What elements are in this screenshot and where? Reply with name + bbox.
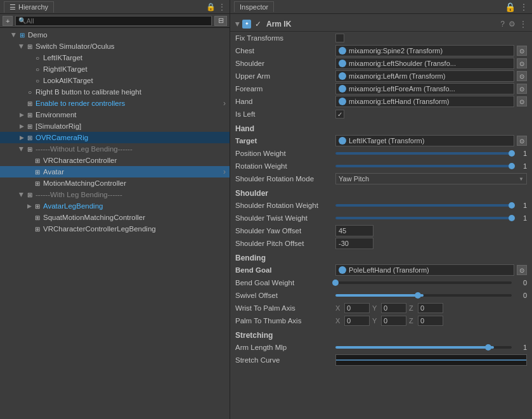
target-ref[interactable]: LeftIKTarget (Transform) <box>335 135 514 146</box>
tree-item-switch[interactable]: ▶ ⊞ Switch Simulator/Oculus <box>0 41 230 52</box>
expand-arrow: ▶ <box>18 145 25 153</box>
expand-arrow: ▶ <box>18 134 25 141</box>
tree-item-avatar-leg[interactable]: ▶ ⊞ AvatarLegBending <box>0 200 230 212</box>
shoulder-select-btn[interactable]: ⊙ <box>517 58 527 68</box>
item-label: Avatar <box>43 168 64 176</box>
settings-icon[interactable]: ⚙ <box>509 20 516 29</box>
upper-arm-ref[interactable]: mixamorig:LeftArm (Transform) <box>335 70 514 82</box>
shoulder-icon <box>339 60 346 67</box>
more-icon[interactable]: ⋮ <box>519 20 527 29</box>
tree-item-ovr[interactable]: ▶ ⊞ OVRCameraRig <box>0 132 230 143</box>
shoulder-yaw-input[interactable] <box>335 225 373 236</box>
tree-item-simrig[interactable]: ▶ ⊞ [SimulatorRig] <box>0 120 230 132</box>
tree-item-avatar[interactable]: ▶ ⊞ Avatar <box>0 166 230 177</box>
rotation-weight-slider[interactable]: 1 <box>335 162 527 170</box>
menu-icon[interactable]: ⋮ <box>519 2 528 12</box>
hand-ref[interactable]: mixamorig:LeftHand (Transform) <box>335 96 514 107</box>
tree-item-demo[interactable]: ▶ ⊞ Demo <box>0 29 230 41</box>
palm-thumb-value: X Y Z <box>335 316 527 326</box>
inspector-tab-label: Inspector <box>240 3 268 11</box>
slider-track <box>335 281 512 284</box>
is-left-checkbox[interactable]: ✓ <box>335 110 344 119</box>
item-label: ------Without Leg Bending------ <box>36 145 133 153</box>
tree-item-without-leg[interactable]: ▶ ⊞ ------Without Leg Bending------ <box>0 143 230 155</box>
slider-fill <box>335 346 494 349</box>
arm-length-slider[interactable]: 1 <box>335 344 527 351</box>
menu-icon[interactable]: ⋮ <box>218 3 226 11</box>
lock-icon[interactable]: 🔒 <box>206 3 216 11</box>
chest-ref[interactable]: mixamorig:Spine2 (Transform) <box>335 45 514 56</box>
lock-icon[interactable]: 🔒 <box>505 2 516 12</box>
slider-thumb <box>509 202 515 209</box>
upper-arm-select-btn[interactable]: ⊙ <box>517 71 527 81</box>
forearm-ref[interactable]: mixamorig:LeftForeArm (Transfo... <box>335 83 514 94</box>
rotation-weight-label: Rotation Weight <box>235 162 330 170</box>
shoulder-rotation-mode-dropdown[interactable]: Yaw Pitch <box>335 173 527 184</box>
slider-value: 1 <box>514 150 527 157</box>
item-label: RightIKTarget <box>43 65 88 73</box>
target-select-btn[interactable]: ⊙ <box>517 136 527 146</box>
slider-fill <box>335 152 512 155</box>
hand-field-value: mixamorig:LeftHand (Transform) ⊙ <box>335 96 527 107</box>
tree-item-env[interactable]: ▶ ⊞ Environment <box>0 109 230 120</box>
component-expand-arrow[interactable]: ▶ <box>235 22 241 26</box>
bend-goal-ref[interactable]: PoleLeftHand (Transform) <box>335 264 514 276</box>
swivel-slider[interactable]: 0 <box>335 292 527 299</box>
tree-item-squat[interactable]: ▶ ⊞ SquatMotionMatchingController <box>0 212 230 223</box>
tree-item-right-ik[interactable]: ▶ ○ RightIKTarget <box>0 63 230 75</box>
forearm-value: mixamorig:LeftForeArm (Transfo... ⊙ <box>335 83 527 94</box>
shoulder-rotation-slider[interactable]: 1 <box>335 202 527 209</box>
slider-fill <box>335 294 424 297</box>
item-icon: ○ <box>25 87 34 96</box>
checkbox-enabled[interactable]: ✓ <box>254 20 263 29</box>
item-label: VRCharacterController <box>43 157 117 164</box>
palm-z-input[interactable] <box>418 316 443 326</box>
shoulder-twist-slider[interactable]: 1 <box>335 214 527 222</box>
forearm-select-btn[interactable]: ⊙ <box>517 84 527 94</box>
item-label: Switch Simulator/Oculus <box>36 42 115 50</box>
position-weight-slider[interactable]: 1 <box>335 150 527 157</box>
wrist-y-input[interactable] <box>381 303 406 313</box>
tree-item-lookat[interactable]: ▶ ○ LookAtIKTarget <box>0 75 230 86</box>
help-icon[interactable]: ? <box>500 20 505 29</box>
palm-x-input[interactable] <box>344 316 370 326</box>
shoulder-yaw-value <box>335 225 527 236</box>
palm-y-input[interactable] <box>381 316 406 326</box>
z-label: Z <box>409 304 415 312</box>
chest-select-btn[interactable]: ⊙ <box>517 46 527 56</box>
shoulder-ref[interactable]: mixamorig:LeftShoulder (Transfo... <box>335 58 514 69</box>
slider-track <box>335 294 512 297</box>
fix-transforms-checkbox[interactable] <box>335 34 344 42</box>
y-label: Y <box>372 304 379 312</box>
expand-arrow: ▶ <box>25 202 33 210</box>
shoulder-ref-text: mixamorig:LeftShoulder (Transfo... <box>349 60 456 67</box>
search-bar: 🔍 <box>15 16 212 26</box>
curve-preview[interactable] <box>335 354 527 366</box>
expand-arrow: ▶ <box>18 111 25 119</box>
slider-thumb <box>485 344 491 351</box>
z-label: Z <box>409 317 415 325</box>
tree-item-vr-leg[interactable]: ▶ ⊞ VRCharacterControllerLegBending <box>0 223 230 235</box>
filter-button[interactable]: ⊟ <box>214 16 227 26</box>
wrist-x-input[interactable] <box>344 303 370 313</box>
add-button[interactable]: + <box>3 16 13 26</box>
arm-length-value: 1 <box>335 344 527 351</box>
tree-item-left-ik[interactable]: ▶ ○ LeftIKTarget <box>0 52 230 63</box>
dropdown-value: Yaw Pitch <box>339 175 369 183</box>
position-weight-row: Position Weight 1 <box>230 147 532 160</box>
tree-item-vr-char[interactable]: ▶ ⊞ VRCharacterController <box>0 155 230 166</box>
tree-item-rightb[interactable]: ▶ ○ Right B button to calibrate height <box>0 86 230 98</box>
tree-item-motion[interactable]: ▶ ⊞ MotionMatchingController <box>0 177 230 189</box>
inspector-tab[interactable]: Inspector <box>234 1 274 12</box>
item-icon: ⊞ <box>33 202 42 210</box>
bend-goal-slider[interactable]: 0 <box>335 279 527 287</box>
hierarchy-tab[interactable]: ☰ Hierarchy <box>4 1 54 13</box>
tree-item-with-leg[interactable]: ▶ ⊞ ------With Leg Bending------ <box>0 189 230 200</box>
hand-select-btn[interactable]: ⊙ <box>517 96 527 106</box>
bend-goal-select-btn[interactable]: ⊙ <box>517 265 527 275</box>
swivel-offset-value: 0 <box>335 292 527 299</box>
wrist-z-input[interactable] <box>418 303 443 313</box>
tree-item-enable-render[interactable]: ▶ ⊞ Enable to render controllers <box>0 98 230 109</box>
shoulder-pitch-input[interactable] <box>335 238 373 249</box>
search-input[interactable] <box>26 17 209 25</box>
